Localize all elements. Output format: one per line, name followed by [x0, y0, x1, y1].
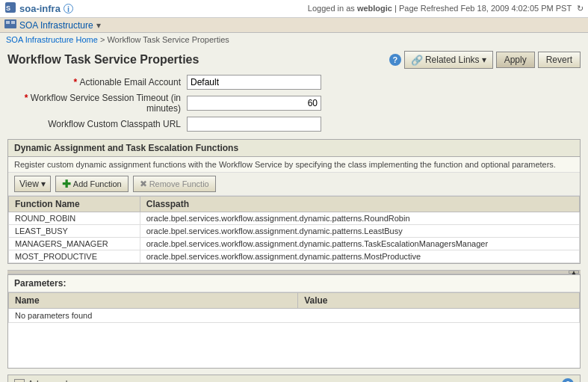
- related-links-arrow: ▾: [482, 55, 486, 65]
- login-info: Logged in as weblogic | Page Refreshed F…: [308, 4, 584, 13]
- dynamic-toolbar: View ▾ ✚ Add Function ✖ Remove Functio: [8, 173, 580, 196]
- table-row[interactable]: LEAST_BUSY oracle.bpel.services.workflow…: [9, 225, 580, 238]
- splitter-handle[interactable]: ▲: [569, 271, 579, 274]
- advanced-section: + Advanced ?: [7, 375, 581, 382]
- breadcrumb-home-link[interactable]: SOA Infrastructure Home: [6, 35, 98, 44]
- page-actions: ? 🔗 Related Links ▾ Apply Revert: [389, 51, 581, 69]
- cell-classpath: oracle.bpel.services.workflow.assignment…: [140, 225, 579, 238]
- help-button[interactable]: ?: [389, 54, 401, 66]
- col-header-classpath: Classpath: [140, 197, 579, 212]
- refresh-icon[interactable]: ↻: [577, 4, 584, 13]
- cell-function-name: MANAGERS_MANAGER: [9, 238, 140, 250]
- view-dropdown-button[interactable]: View ▾: [14, 176, 51, 192]
- no-params-message: No parameters found: [9, 309, 580, 323]
- table-row[interactable]: MANAGERS_MANAGER oracle.bpel.services.wo…: [9, 238, 580, 250]
- custom-classpath-row: Workflow Custom Classpath URL: [7, 117, 581, 132]
- breadcrumb-separator: >: [100, 35, 107, 44]
- advanced-expand-icon: +: [14, 379, 25, 382]
- remove-function-label: Remove Functio: [149, 179, 209, 188]
- actionable-email-row: * Actionable Email Account: [7, 75, 581, 90]
- advanced-header[interactable]: + Advanced ?: [8, 375, 580, 382]
- soa-nav-label[interactable]: SOA Infrastructure: [19, 20, 93, 31]
- add-icon: ✚: [62, 178, 71, 190]
- form-section: * Actionable Email Account * Workflow Se…: [7, 75, 581, 132]
- parameters-header: Parameters:: [8, 275, 580, 292]
- view-arrow-icon: ▾: [41, 179, 46, 189]
- logged-in-label: Logged in as: [308, 4, 355, 13]
- soa-nav-bar: SOA Infrastructure ▾: [0, 18, 588, 33]
- add-function-button[interactable]: ✚ Add Function: [55, 176, 129, 192]
- top-bar: S soa-infra i Logged in as weblogic | Pa…: [0, 0, 588, 18]
- parameters-section: Parameters: Name Value No parameters fou…: [7, 274, 581, 369]
- cell-classpath: oracle.bpel.services.workflow.assignment…: [140, 238, 579, 250]
- functions-table: Function Name Classpath ROUND_ROBIN orac…: [8, 196, 580, 263]
- session-timeout-label: * Workflow Service Session Timeout (in m…: [7, 93, 187, 114]
- cell-function-name: LEAST_BUSY: [9, 225, 140, 238]
- actionable-email-label: * Actionable Email Account: [7, 77, 187, 87]
- cell-classpath: oracle.bpel.services.workflow.assignment…: [140, 212, 579, 225]
- advanced-label: Advanced: [28, 379, 67, 382]
- dynamic-section-desc: Register custom dynamic assignment funct…: [8, 157, 580, 173]
- table-row[interactable]: MOST_PRODUCTIVE oracle.bpel.services.wor…: [9, 250, 580, 263]
- apply-button[interactable]: Apply: [496, 52, 535, 68]
- info-icon[interactable]: i: [64, 4, 73, 13]
- username: weblogic: [357, 4, 392, 13]
- dynamic-section-header: Dynamic Assignment and Task Escalation F…: [8, 140, 580, 157]
- cell-classpath: oracle.bpel.services.workflow.assignment…: [140, 250, 579, 263]
- refresh-label: Page Refreshed: [399, 4, 459, 13]
- page-title-row: Workflow Task Service Properties ? 🔗 Rel…: [7, 51, 581, 69]
- session-timeout-row: * Workflow Service Session Timeout (in m…: [7, 93, 581, 114]
- custom-classpath-input[interactable]: [187, 117, 321, 132]
- page-title: Workflow Task Service Properties: [7, 53, 199, 67]
- nav-dropdown-arrow[interactable]: ▾: [96, 20, 101, 31]
- view-label: View: [19, 179, 39, 189]
- main-content: Workflow Task Service Properties ? 🔗 Rel…: [0, 46, 588, 382]
- breadcrumb-current: Workflow Task Service Properties: [107, 35, 229, 44]
- cell-function-name: ROUND_ROBIN: [9, 212, 140, 225]
- dynamic-section: Dynamic Assignment and Task Escalation F…: [7, 139, 581, 264]
- svg-rect-3: [6, 21, 10, 24]
- parameters-table: Name Value No parameters found: [8, 292, 580, 323]
- revert-button[interactable]: Revert: [538, 52, 581, 68]
- splitter[interactable]: ▲: [7, 270, 581, 274]
- app-identity: S soa-infra i: [4, 1, 73, 16]
- app-name-label: soa-infra: [19, 3, 61, 14]
- table-row[interactable]: ROUND_ROBIN oracle.bpel.services.workflo…: [9, 212, 580, 225]
- custom-classpath-label: Workflow Custom Classpath URL: [7, 119, 187, 129]
- soa-infra-icon: S: [4, 1, 16, 16]
- soa-nav-icon: [4, 19, 16, 31]
- link-icon: 🔗: [411, 55, 423, 66]
- advanced-help-icon[interactable]: ?: [562, 378, 574, 382]
- related-links-button[interactable]: 🔗 Related Links ▾: [404, 51, 493, 69]
- cell-function-name: MOST_PRODUCTIVE: [9, 250, 140, 263]
- no-params-row: No parameters found: [9, 309, 580, 323]
- col-header-function-name: Function Name: [9, 197, 140, 212]
- refresh-time: Feb 18, 2009 4:02:05 PM PST: [461, 4, 572, 13]
- add-function-label: Add Function: [73, 179, 122, 188]
- remove-function-button[interactable]: ✖ Remove Functio: [133, 176, 216, 192]
- param-col-name: Name: [9, 293, 298, 309]
- breadcrumb: SOA Infrastructure Home > Workflow Task …: [0, 33, 588, 46]
- related-links-label: Related Links: [425, 55, 480, 65]
- actionable-email-input[interactable]: [187, 75, 321, 90]
- param-col-value: Value: [298, 293, 580, 309]
- session-timeout-input[interactable]: [187, 96, 321, 111]
- remove-icon: ✖: [140, 179, 147, 189]
- svg-rect-4: [11, 21, 15, 24]
- svg-text:S: S: [6, 4, 10, 12]
